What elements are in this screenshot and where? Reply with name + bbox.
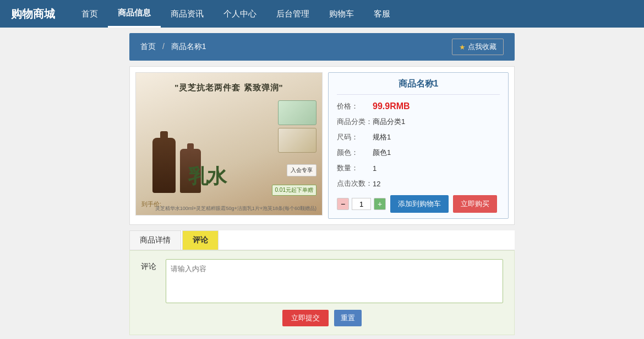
- add-to-cart-button[interactable]: 添加到购物车: [390, 195, 449, 213]
- tabs-section: 商品详情 评论 评论 立即提交 重置: [129, 230, 515, 335]
- comment-row: 评论: [141, 259, 503, 303]
- quantity-row: 数量： 1: [337, 163, 500, 173]
- favorite-button[interactable]: ★ 点我收藏: [452, 39, 504, 55]
- nav-menu: 首页 商品信息 商品资讯 个人中心 后台管理 购物车 客服: [72, 0, 400, 28]
- action-area: − + 添加到购物车 立即购买: [337, 195, 500, 213]
- comment-label: 评论: [141, 259, 157, 272]
- star-icon: ★: [459, 43, 466, 51]
- member-text: 入会专享: [291, 166, 313, 174]
- product-title: 商品名称1: [337, 78, 500, 95]
- price-row: 价格： 99.9RMB: [337, 101, 500, 111]
- color-label: 颜色：: [337, 148, 373, 158]
- nav-home[interactable]: 首页: [72, 0, 108, 28]
- nav-customer-service[interactable]: 客服: [364, 0, 400, 28]
- product-section: "灵芝抗老两件套 紧致弹润" 乳水 入会专享 0.01元起下单赠: [129, 66, 515, 225]
- nav-personal-center[interactable]: 个人中心: [214, 0, 266, 28]
- quantity-increase-button[interactable]: +: [374, 198, 386, 210]
- comment-section: 评论 立即提交 重置: [129, 250, 515, 335]
- tab-product-detail[interactable]: 商品详情: [129, 230, 181, 250]
- size-row: 尺码： 规格1: [337, 132, 500, 142]
- breadcrumb-current: 商品名称1: [171, 42, 206, 51]
- size-value: 规格1: [373, 132, 391, 142]
- comment-textarea[interactable]: [166, 259, 503, 303]
- main-container: 首页 / 商品名称1 ★ 点我收藏 "灵芝抗老两件套 紧致弹润" 乳水: [129, 28, 515, 339]
- brand-logo: 购物商城: [11, 7, 55, 21]
- category-label: 商品分类：: [337, 117, 373, 127]
- kanji-text: 乳水: [188, 163, 226, 190]
- price-value: 99.9RMB: [373, 101, 410, 111]
- quantity-input[interactable]: [352, 198, 371, 210]
- reset-button[interactable]: 重置: [334, 310, 362, 326]
- category-value: 商品分类1: [373, 117, 405, 127]
- comment-actions: 立即提交 重置: [141, 310, 503, 326]
- tab-comment[interactable]: 评论: [182, 230, 219, 250]
- product-image: "灵芝抗老两件套 紧致弹润" 乳水 入会专享 0.01元起下单赠: [135, 72, 323, 216]
- breadcrumb: 首页 / 商品名称1: [140, 42, 206, 52]
- product-card-group: [278, 100, 316, 153]
- small-note: 灵芝精华水100ml+灵芝精粹眼霜50g+洁面乳1片+泡芙18条(每个60颗赠品…: [155, 205, 316, 212]
- quantity-decrease-button[interactable]: −: [337, 198, 349, 210]
- quantity-label: 数量：: [337, 163, 373, 173]
- promo-badge: 入会专享: [287, 164, 316, 176]
- tabs-header: 商品详情 评论: [129, 230, 515, 250]
- navbar: 购物商城 首页 商品信息 商品资讯 个人中心 后台管理 购物车 客服: [0, 0, 644, 28]
- nav-product-news[interactable]: 商品资讯: [161, 0, 214, 28]
- clicks-row: 点击次数： 12: [337, 179, 500, 189]
- color-row: 颜色： 颜色1: [337, 148, 500, 158]
- nav-cart[interactable]: 购物车: [319, 0, 364, 28]
- product-image-inner: "灵芝抗老两件套 紧致弹润" 乳水 入会专享 0.01元起下单赠: [136, 73, 322, 215]
- size-label: 尺码：: [337, 132, 373, 142]
- product-card-1: [278, 100, 316, 125]
- clicks-value: 12: [373, 180, 380, 188]
- fav-label: 点我收藏: [468, 42, 496, 52]
- category-row: 商品分类： 商品分类1: [337, 117, 500, 127]
- submit-button[interactable]: 立即提交: [282, 310, 329, 326]
- breadcrumb-home[interactable]: 首页: [140, 42, 156, 51]
- image-title: "灵芝抗老两件套 紧致弹润": [136, 83, 322, 93]
- quantity-value: 1: [373, 164, 376, 173]
- breadcrumb-bar: 首页 / 商品名称1 ★ 点我收藏: [129, 33, 515, 61]
- discount-badge: 0.01元起下单赠: [272, 185, 316, 196]
- breadcrumb-separator: /: [162, 42, 165, 51]
- bottle-tall: [152, 138, 176, 193]
- color-value: 颜色1: [373, 148, 391, 158]
- nav-product-info[interactable]: 商品信息: [108, 0, 161, 28]
- product-info-panel: 商品名称1 价格： 99.9RMB 商品分类： 商品分类1 尺码： 规格1 颜色…: [328, 72, 509, 219]
- clicks-label: 点击次数：: [337, 179, 373, 189]
- buy-now-button[interactable]: 立即购买: [453, 195, 497, 213]
- nav-backend[interactable]: 后台管理: [266, 0, 319, 28]
- quantity-controls: − +: [337, 195, 386, 213]
- price-label: 价格：: [337, 101, 373, 111]
- product-card-2: [278, 128, 316, 153]
